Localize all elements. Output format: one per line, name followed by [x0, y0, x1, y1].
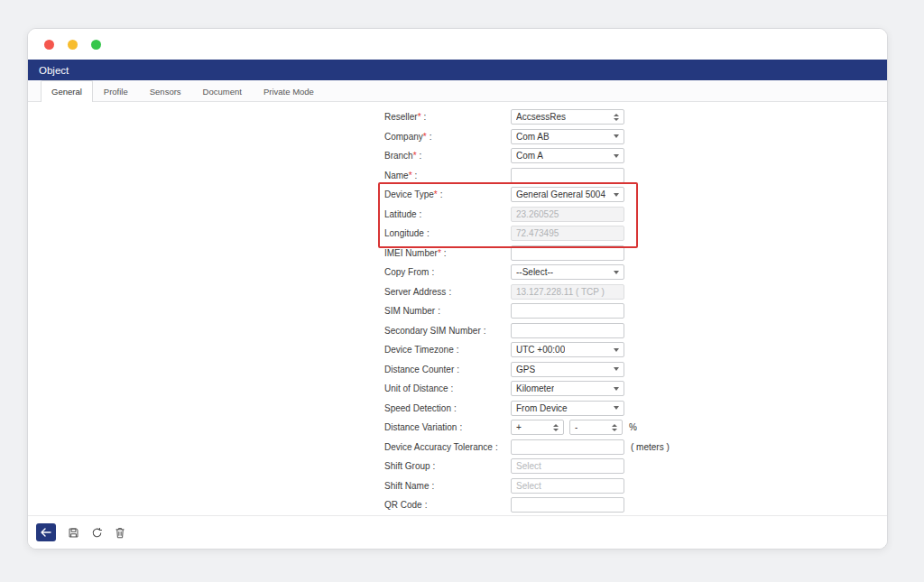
field-label: Branch: [384, 151, 413, 161]
back-button[interactable]: [36, 523, 56, 541]
chevron-down-icon: [614, 193, 619, 197]
field-label: Speed Detection: [384, 403, 451, 413]
imei-number-input[interactable]: [511, 245, 624, 261]
field-label: Company: [384, 132, 423, 142]
form-row-qr-code: QR Code:: [384, 495, 887, 515]
form-row-branch: Branch*: Com A: [384, 146, 887, 166]
chevron-down-icon: [614, 154, 619, 158]
field-label: Name: [384, 171, 409, 180]
field-label: Longitude: [384, 228, 424, 238]
field-label: QR Code: [384, 500, 422, 510]
refresh-icon: [91, 527, 103, 539]
tab-bar: General Profile Sensors Document Private…: [28, 80, 887, 102]
field-label: Unit of Distance: [384, 383, 448, 393]
form-row-imei: IMEI Number*:: [384, 244, 887, 263]
bottom-toolbar: [28, 515, 887, 549]
reset-button[interactable]: [91, 527, 103, 539]
device-timezone-select[interactable]: UTC +00:00: [511, 342, 624, 357]
longitude-input: [511, 226, 624, 241]
field-label: Server Address: [384, 287, 446, 297]
sim-number-input[interactable]: [511, 303, 624, 319]
form-row-distance-counter: Distance Counter: GPS: [384, 360, 887, 380]
form-row-longitude: Longitude:: [384, 224, 887, 244]
trash-icon: [115, 527, 125, 539]
branch-select[interactable]: Com A: [511, 148, 624, 163]
window-titlebar: [28, 29, 887, 60]
form-row-accuracy-tolerance: Device Accuracy Tolerance: ( meters ): [384, 438, 887, 457]
server-address-input: [511, 284, 624, 300]
form-row-speed-detection: Speed Detection: From Device: [384, 399, 887, 419]
form-row-unit-of-distance: Unit of Distance: Kilometer: [384, 379, 887, 399]
field-label: IMEI Number: [384, 248, 438, 258]
field-label: Distance Counter: [384, 365, 454, 374]
chevron-down-icon: [614, 406, 619, 410]
app-window: Object General Profile Sensors Document …: [27, 28, 888, 550]
required-marker: *: [434, 189, 438, 199]
updown-arrows-icon: [612, 424, 617, 431]
field-label: Device Timezone: [384, 345, 454, 355]
chevron-down-icon: [614, 387, 619, 391]
form-row-shift-group: Shift Group:: [384, 457, 887, 476]
form-row-latitude: Latitude:: [384, 205, 887, 225]
name-input[interactable]: [511, 168, 624, 183]
field-label: SIM Number: [384, 306, 435, 316]
distance-counter-select[interactable]: GPS: [511, 362, 624, 377]
secondary-sim-number-input[interactable]: [511, 323, 624, 338]
meters-suffix: ( meters ): [631, 442, 670, 452]
unit-of-distance-select[interactable]: Kilometer: [511, 381, 624, 396]
device-type-select[interactable]: General General 5004: [511, 187, 624, 202]
form-row-distance-variation: Distance Variation: + - %: [384, 418, 887, 438]
save-button[interactable]: [68, 527, 79, 539]
tab-document[interactable]: Document: [192, 80, 253, 101]
save-floppy-icon: [68, 527, 79, 539]
form-row-secondary-sim: Secondary SIM Number:: [384, 321, 887, 341]
form-row-copy-from: Copy From: --Select--: [384, 263, 887, 282]
device-accuracy-tolerance-input[interactable]: [511, 439, 624, 455]
required-marker: *: [438, 248, 441, 258]
field-label: Distance Variation: [384, 422, 457, 432]
percent-suffix: %: [629, 422, 637, 432]
form-row-device-type: Device Type*: General General 5004: [384, 185, 887, 205]
tab-private-mode[interactable]: Private Mode: [253, 80, 325, 101]
speed-detection-select[interactable]: From Device: [511, 401, 624, 416]
required-marker: *: [409, 171, 412, 180]
distance-variation-plus-select[interactable]: +: [511, 420, 564, 435]
delete-button[interactable]: [115, 527, 125, 539]
zoom-window-button[interactable]: [91, 40, 101, 50]
field-label: Reseller: [384, 112, 418, 122]
qr-code-input[interactable]: [511, 497, 624, 513]
field-label: Device Type: [384, 189, 434, 199]
tab-sensors[interactable]: Sensors: [139, 80, 192, 101]
company-select[interactable]: Com AB: [511, 129, 624, 144]
form-row-shift-name: Shift Name:: [384, 476, 887, 496]
required-marker: *: [423, 132, 427, 142]
updown-arrows-icon: [553, 424, 559, 431]
chevron-down-icon: [614, 271, 619, 274]
required-marker: *: [418, 112, 421, 122]
distance-variation-minus-select[interactable]: -: [569, 420, 623, 435]
reseller-select[interactable]: AccsessRes: [511, 109, 624, 125]
form-row-name: Name*:: [384, 166, 887, 186]
shift-name-input[interactable]: [511, 478, 624, 494]
shift-group-input[interactable]: [511, 458, 624, 474]
form-row-server-address: Server Address:: [384, 282, 887, 302]
field-label: Shift Name: [384, 481, 429, 491]
form-row-device-timezone: Device Timezone: UTC +00:00: [384, 340, 887, 360]
arrow-left-icon: [41, 528, 51, 537]
page-header: Object: [28, 60, 887, 80]
tab-general[interactable]: General: [41, 80, 93, 102]
chevron-down-icon: [614, 367, 619, 371]
form-row-company: Company*: Com AB: [384, 127, 887, 147]
tab-profile[interactable]: Profile: [93, 80, 139, 101]
chevron-down-icon: [614, 348, 619, 352]
minimize-window-button[interactable]: [68, 40, 78, 50]
object-form: Reseller*: AccsessRes Company*: Com AB B…: [384, 102, 887, 515]
close-window-button[interactable]: [44, 40, 54, 50]
copy-from-select[interactable]: --Select--: [511, 264, 624, 280]
required-marker: *: [413, 151, 417, 161]
field-label: Device Accuracy Tolerance: [384, 442, 493, 452]
field-label: Secondary SIM Number: [384, 326, 481, 336]
field-label: Copy From: [384, 267, 429, 277]
form-row-sim-number: SIM Number:: [384, 301, 887, 321]
form-row-reseller: Reseller*: AccsessRes: [384, 107, 887, 127]
